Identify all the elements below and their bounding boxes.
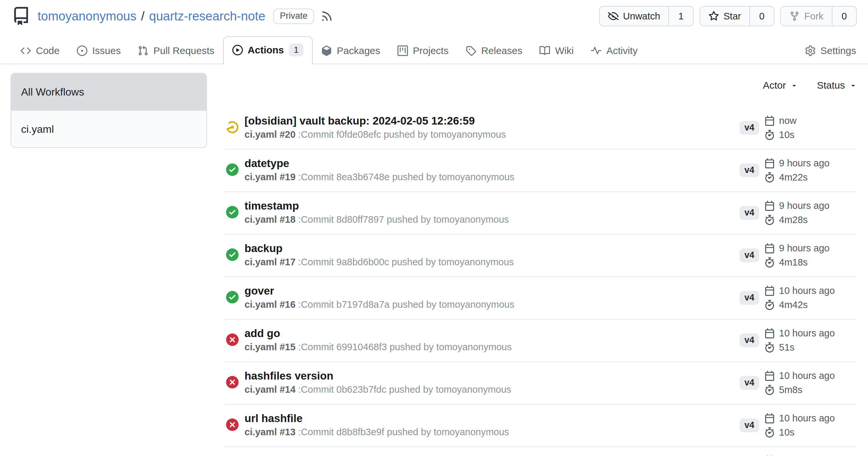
repo-owner-link[interactable]: tomoyanonymous	[37, 9, 136, 23]
run-workflow-number[interactable]: ci.yaml #19	[245, 172, 296, 182]
run-title-link[interactable]: url hashfile	[245, 413, 740, 424]
fork-button-group: Fork0	[780, 6, 857, 26]
run-duration-text: 4m22s	[779, 172, 808, 183]
star-icon	[709, 11, 719, 22]
failure-icon	[226, 418, 239, 431]
run-version-badge: v4	[740, 333, 759, 347]
run-version-badge: v4	[740, 249, 759, 262]
stopwatch-icon	[765, 300, 775, 310]
workflow-run-row: add cache again v4 10 hours ago	[224, 447, 857, 456]
unwatch-button[interactable]: Unwatch	[600, 7, 669, 26]
rss-icon[interactable]	[321, 10, 333, 23]
run-workflow-number[interactable]: ci.yaml #17	[245, 257, 296, 267]
run-duration-text: 51s	[779, 342, 795, 353]
tab-activity[interactable]: Activity	[582, 38, 646, 64]
run-time: 9 hours ago	[765, 242, 830, 254]
package-icon	[321, 45, 332, 56]
run-title-link[interactable]: [obsidian] vault backup: 2024-02-05 12:2…	[245, 115, 740, 127]
star-label: Star	[724, 11, 741, 22]
stopwatch-icon	[765, 427, 775, 437]
failure-icon	[226, 376, 239, 388]
sidebar-item-all-workflows[interactable]: All Workflows	[11, 73, 206, 110]
tab-pull-requests[interactable]: Pull Requests	[129, 38, 223, 64]
run-info: add go ci.yaml #15 :Commit 69910468f3 pu…	[245, 327, 740, 353]
tab-releases[interactable]: Releases	[457, 38, 531, 64]
run-workflow-number[interactable]: ci.yaml #20	[245, 129, 296, 140]
run-commit-description: :Commit 8ea3b6748e pushed by tomoyanonym…	[298, 172, 515, 182]
tag-icon	[466, 45, 476, 56]
run-duration: 10s	[765, 427, 835, 438]
actor-filter-dropdown[interactable]: Actor	[763, 79, 798, 91]
run-subtitle: ci.yaml #16 :Commit b7197d8a7a pushed by…	[245, 299, 740, 310]
workflow-run-row: timestamp ci.yaml #18 :Commit 8d80ff7897…	[224, 192, 857, 235]
pulse-icon	[591, 45, 601, 56]
run-time-text: now	[779, 115, 797, 126]
fork-count[interactable]: 0	[832, 7, 856, 26]
repo-name-link[interactable]: quartz-research-note	[149, 9, 266, 23]
actions-count-badge: 1	[289, 43, 304, 56]
run-info: hashfiles version ci.yaml #14 :Commit 0b…	[245, 370, 740, 395]
run-workflow-number[interactable]: ci.yaml #15	[245, 342, 296, 352]
chevron-down-icon	[849, 82, 857, 89]
run-title-link[interactable]: datetype	[245, 158, 740, 169]
run-meta: v4 10 hours ago 10s	[740, 413, 857, 438]
run-time: 10 hours ago	[765, 327, 835, 339]
repo-separator: /	[141, 9, 145, 23]
run-subtitle: ci.yaml #15 :Commit 69910468f3 pushed by…	[245, 341, 740, 353]
run-title-link[interactable]: hashfiles version	[245, 370, 740, 382]
tab-issues[interactable]: Issues	[68, 38, 129, 64]
run-subtitle: ci.yaml #20 :Commit f0fde08efc pushed by…	[245, 129, 740, 140]
calendar-icon	[765, 328, 775, 338]
stopwatch-icon	[765, 257, 775, 267]
run-commit-description: :Commit 8d80ff7897 pushed by tomoyanonym…	[298, 214, 509, 225]
calendar-icon	[765, 116, 775, 126]
actor-filter-label: Actor	[763, 79, 786, 91]
stopwatch-icon	[765, 342, 775, 353]
run-time: 10 hours ago	[765, 370, 835, 381]
fork-icon	[789, 11, 800, 22]
status-filter-dropdown[interactable]: Status	[817, 79, 857, 91]
run-workflow-number[interactable]: ci.yaml #16	[245, 299, 296, 310]
tab-projects[interactable]: Projects	[389, 38, 457, 64]
run-subtitle: ci.yaml #18 :Commit 8d80ff7897 pushed by…	[245, 214, 740, 225]
code-icon	[21, 45, 31, 56]
run-title-link[interactable]: timestamp	[245, 200, 740, 212]
fork-button[interactable]: Fork	[781, 7, 832, 26]
success-icon	[226, 291, 239, 303]
run-workflow-number[interactable]: ci.yaml #18	[245, 214, 296, 225]
tab-activity-label: Activity	[606, 45, 638, 56]
run-commit-description: :Commit 69910468f3 pushed by tomoyanonym…	[298, 342, 512, 352]
status-filter-label: Status	[817, 79, 845, 91]
run-version-badge: v4	[740, 206, 759, 220]
run-meta: v4 9 hours ago 4m28s	[740, 200, 857, 225]
calendar-icon	[765, 158, 775, 168]
success-icon	[226, 249, 239, 261]
run-time: 10 hours ago	[765, 413, 835, 424]
star-count[interactable]: 0	[749, 7, 774, 26]
issue-opened-icon	[77, 45, 87, 56]
fork-label: Fork	[804, 11, 824, 22]
tab-packages[interactable]: Packages	[313, 38, 389, 64]
tab-settings[interactable]: Settings	[797, 38, 856, 64]
tab-wiki-label: Wiki	[555, 45, 574, 56]
failure-icon	[226, 333, 239, 346]
run-time-text: 10 hours ago	[779, 328, 835, 339]
run-title-link[interactable]: backup	[245, 242, 740, 254]
calendar-icon	[765, 371, 775, 381]
run-workflow-number[interactable]: ci.yaml #14	[245, 384, 296, 395]
run-commit-description: :Commit d8b8fb3e9f pushed by tomoyanonym…	[298, 427, 509, 437]
run-meta-column: 10 hours ago 4m42s	[765, 285, 835, 311]
tab-actions[interactable]: Actions1	[223, 36, 313, 64]
unwatch-count[interactable]: 1	[668, 7, 693, 26]
sidebar-item-ci-yaml[interactable]: ci.yaml	[11, 110, 206, 147]
tab-code[interactable]: Code	[12, 38, 68, 64]
tab-settings-label: Settings	[820, 45, 856, 56]
run-title-link[interactable]: add go	[245, 327, 740, 339]
run-workflow-number[interactable]: ci.yaml #13	[245, 427, 296, 437]
run-title-link[interactable]: gover	[245, 285, 740, 297]
run-meta-column: 9 hours ago 4m22s	[765, 158, 830, 183]
star-button[interactable]: Star	[700, 7, 749, 26]
star-button-group: Star0	[700, 6, 774, 26]
tab-wiki[interactable]: Wiki	[531, 38, 582, 64]
actions-page: All Workflowsci.yaml Actor Status [obsid…	[0, 64, 868, 456]
